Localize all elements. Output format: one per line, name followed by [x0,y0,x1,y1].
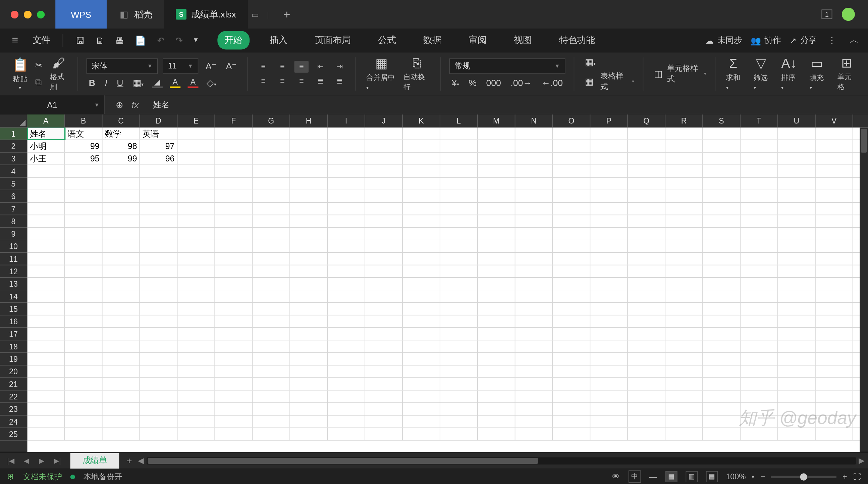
cell[interactable] [590,177,628,190]
cell[interactable] [665,390,703,402]
zoom-value[interactable]: 100% [726,472,746,481]
cell[interactable] [178,428,215,440]
cells-area[interactable]: 姓名语文数学英语小明999897小王959996 [28,127,868,452]
cell[interactable] [816,278,853,290]
cell[interactable]: 99 [65,140,103,152]
cell[interactable] [215,416,253,428]
column-header[interactable]: C [103,114,140,127]
column-header[interactable]: O [553,114,590,127]
cell[interactable] [590,127,628,140]
cell[interactable] [215,203,253,215]
more-menu-icon[interactable]: ⋮ [825,34,839,47]
row-header[interactable]: 14 [0,290,28,303]
cell[interactable] [328,253,365,265]
cell[interactable] [103,290,140,303]
add-sheet-button[interactable]: + [119,455,139,466]
currency-icon[interactable]: ¥▾ [450,76,462,89]
cell[interactable] [440,340,478,352]
cell[interactable] [778,303,816,315]
cell[interactable] [253,228,290,240]
cell[interactable] [140,328,178,340]
filter-button[interactable]: ▽筛选▾ [751,55,771,92]
cell[interactable] [478,340,516,352]
cell[interactable] [365,428,403,440]
cell[interactable] [553,416,590,428]
cell[interactable] [590,303,628,315]
row-header[interactable]: 19 [0,353,28,366]
cell[interactable] [215,278,253,290]
row-header[interactable]: 20 [0,366,28,378]
cell[interactable] [28,416,65,428]
cell[interactable] [440,353,478,365]
cell[interactable] [290,416,328,428]
cell[interactable] [403,177,440,190]
cell[interactable] [290,353,328,365]
cell[interactable] [178,140,215,152]
cell[interactable] [590,265,628,277]
cell[interactable] [553,353,590,365]
tab-document[interactable]: S 成绩单.xlsx [164,0,248,29]
cell[interactable] [778,265,816,277]
row-header[interactable]: 9 [0,228,28,240]
cell[interactable] [816,228,853,240]
cell[interactable] [703,416,741,428]
cell[interactable] [365,390,403,402]
cell[interactable] [140,366,178,378]
cell[interactable] [741,290,778,303]
cell[interactable] [816,127,853,140]
cell[interactable] [253,177,290,190]
cell[interactable] [28,366,65,378]
cell[interactable] [515,378,553,390]
cell[interactable] [553,190,590,202]
cell[interactable] [515,140,553,152]
cell[interactable] [741,366,778,378]
cell[interactable] [65,403,103,415]
cell[interactable] [253,390,290,402]
cell[interactable] [628,253,665,265]
cell[interactable] [290,215,328,227]
row-header[interactable]: 22 [0,390,28,403]
cell[interactable] [590,428,628,440]
cell[interactable] [140,303,178,315]
cell[interactable] [515,403,553,415]
cell[interactable] [665,428,703,440]
border-icon[interactable]: ▦▾ [130,76,146,89]
save-as-icon[interactable]: 🗎 [93,34,107,47]
conditional-format-icon[interactable]: ▦▾ [583,55,598,68]
cell[interactable] [816,328,853,340]
cell[interactable] [103,190,140,202]
cell[interactable] [515,265,553,277]
cell[interactable] [290,127,328,140]
cell[interactable] [816,153,853,165]
cell[interactable] [478,278,516,290]
cell[interactable] [28,240,65,252]
close-icon[interactable] [11,10,19,18]
cell[interactable]: 96 [140,153,178,165]
redo-icon[interactable]: ↷ [173,34,185,47]
cell[interactable] [215,153,253,165]
cell[interactable] [628,127,665,140]
clear-format-icon[interactable]: ◇▾ [204,76,219,89]
cell[interactable] [440,290,478,303]
print-preview-icon[interactable]: 📄 [132,34,149,47]
cell[interactable] [665,353,703,365]
row-header[interactable]: 18 [0,340,28,353]
align-distribute-icon[interactable]: ≣ [332,75,347,87]
row-header[interactable]: 10 [0,240,28,253]
cell[interactable] [215,315,253,328]
cell[interactable] [553,153,590,165]
column-header[interactable]: K [403,114,440,127]
cell[interactable] [478,328,516,340]
ribbon-tab-start[interactable]: 开始 [217,31,249,49]
cell[interactable] [253,165,290,177]
row-header[interactable]: 16 [0,315,28,328]
cell[interactable] [253,153,290,165]
row-header[interactable]: 15 [0,303,28,315]
share-button[interactable]: ↗分享 [789,35,817,46]
column-header[interactable]: Q [628,114,665,127]
cell[interactable] [178,203,215,215]
cell[interactable] [365,290,403,303]
font-shrink-icon[interactable]: A⁻ [223,59,239,73]
ribbon-tab-special[interactable]: 特色功能 [552,31,602,49]
cell[interactable] [103,390,140,402]
